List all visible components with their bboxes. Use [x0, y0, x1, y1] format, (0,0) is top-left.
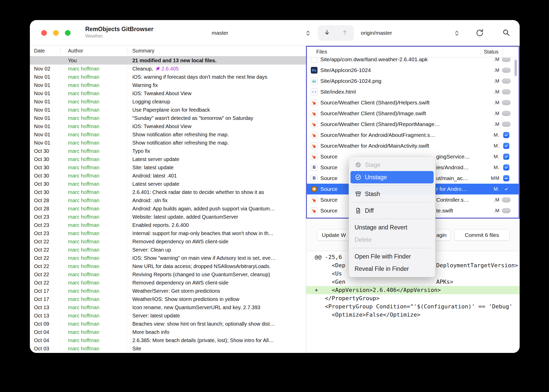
commit-row[interactable]: Oct 30marc hoffmanAndroid: latest .401: [30, 172, 306, 180]
file-stage-checkbox[interactable]: [502, 208, 511, 213]
commit-row[interactable]: Oct 22marc hoffmanServer: Clean up: [30, 246, 306, 254]
commit-row[interactable]: Oct 23marc hoffmanWebsite: latest update…: [30, 213, 306, 221]
menu-item-stash[interactable]: Stash: [349, 188, 435, 200]
commit-date: Oct 17: [34, 288, 49, 294]
pull-button[interactable]: [324, 29, 330, 37]
file-row[interactable]: Source/Weather Client (Shared)/Helpers.s…: [307, 97, 519, 108]
file-stage-checkbox[interactable]: [502, 122, 511, 127]
menu-separator: [349, 183, 435, 188]
menu-item-open-file-with-finder[interactable]: Open File with Finder: [349, 250, 435, 263]
status-column-header[interactable]: Status: [484, 49, 499, 55]
file-row[interactable]: Source/Weather Client (Shared)/ReportMan…: [307, 119, 519, 130]
commit-row[interactable]: Nov 01marc hoffmaniOS: warning if foreca…: [30, 73, 306, 81]
commit-row[interactable]: Oct 30marc hoffman2.6.401: Check radar d…: [30, 188, 306, 196]
commit-row[interactable]: Oct 13marc hoffmanServer: latest update: [30, 311, 306, 320]
commit-row[interactable]: Oct 22marc hoffmanReviving Reports (chan…: [30, 270, 306, 279]
file-row[interactable]: Site/app/com.dwarfland.weather-2.6.401.a…: [307, 58, 519, 65]
commit-row[interactable]: Oct 23marc hoffmanInternal: support for …: [30, 229, 306, 237]
commit-row[interactable]: Nov 01marc hoffmaniOS: Tweaked About Vie…: [30, 122, 306, 130]
file-stage-checkbox[interactable]: [502, 100, 511, 105]
menu-item-unstage-and-revert[interactable]: Unstage and Revert: [349, 221, 435, 234]
commit-summary: Beaches view: show hint on first launch;…: [132, 321, 305, 327]
commit-row[interactable]: Oct 03marc hoffmanSite: [30, 344, 306, 353]
file-stage-checkbox[interactable]: [503, 186, 509, 192]
menu-item-label: Diff: [365, 207, 374, 214]
commit-row[interactable]: Oct 04marc hoffmanMore beach info: [30, 328, 306, 336]
file-row[interactable]: Source/Weather for Android/MainActivity.…: [307, 140, 519, 151]
commit-summary: Use Paperplane icon for feedback: [132, 107, 305, 113]
commits-body: You21 modified and 13 new local files.No…: [30, 56, 306, 353]
branch-select[interactable]: master: [212, 30, 228, 36]
menu-item-label: Open File with Finder: [355, 253, 411, 260]
commit-row[interactable]: Nov 02marc hoffmanCleanup,2.6.405: [30, 65, 306, 73]
remote-select[interactable]: origin/master: [361, 30, 392, 36]
file-stage-checkbox[interactable]: [502, 89, 511, 94]
commit-row[interactable]: Oct 22marc hoffmanRemoved dependency on …: [30, 237, 306, 246]
commit-row[interactable]: Oct 04marc hoffman2.6.385: More beach de…: [30, 336, 306, 344]
commit-button[interactable]: Commit 6 files: [454, 229, 510, 241]
close-button[interactable]: [41, 30, 47, 36]
file-row[interactable]: Source/Weather for Android/AboutFragment…: [307, 130, 519, 140]
file-stage-checkbox[interactable]: [502, 111, 511, 116]
search-button[interactable]: [502, 29, 510, 38]
commit-row[interactable]: Oct 17marc hoffmanWeather/Server: Get st…: [30, 287, 306, 295]
menu-item-reveal-file-in-finder[interactable]: Reveal File in Finder: [349, 263, 435, 275]
file-stage-checkbox[interactable]: [503, 164, 509, 171]
menu-item-unstage[interactable]: Unstage: [350, 171, 434, 183]
file-stage-checkbox[interactable]: [503, 175, 509, 181]
menu-item-diff[interactable]: Diff: [349, 204, 435, 217]
commit-row[interactable]: Oct 09marc hoffmanBeaches view: show hin…: [30, 320, 306, 328]
commit-row[interactable]: Nov 01marc hoffmanShow notification afte…: [30, 139, 306, 147]
commit-row[interactable]: Nov 01marc hoffmanShow notification afte…: [30, 130, 306, 139]
branch-stepper-icon[interactable]: [305, 29, 311, 38]
commit-author: marc hoffman: [68, 165, 99, 171]
menu-separator: [349, 217, 435, 221]
file-stage-checkbox[interactable]: [502, 68, 511, 73]
file-status: .M: [487, 208, 500, 213]
files-scrollbar-thumb[interactable]: [514, 60, 517, 76]
commit-row[interactable]: Nov 01marc hoffman"Sunday" wasn't detect…: [30, 114, 306, 122]
file-row[interactable]: Site/index.html.M: [307, 86, 519, 97]
commit-row[interactable]: Oct 30marc hoffmanLatest server update: [30, 155, 306, 163]
file-stage-checkbox[interactable]: [502, 78, 511, 84]
file-stage-checkbox[interactable]: [503, 143, 509, 149]
commit-row[interactable]: Oct 22marc hoffmanNew URL for data acces…: [30, 262, 306, 270]
commit-row[interactable]: Oct 17marc hoffmanWeather/iOS: Show stor…: [30, 295, 306, 303]
refresh-button[interactable]: [475, 29, 484, 38]
file-name: Source/Weather for Android/AboutFragment…: [320, 132, 435, 138]
commit-author: You: [68, 58, 77, 64]
commit-row[interactable]: Oct 22marc hoffmanRemoved dependency on …: [30, 279, 306, 287]
file-status: M.: [487, 143, 500, 149]
file-stage-checkbox[interactable]: [503, 132, 509, 138]
commit-row[interactable]: Oct 23marc hoffmanEnabled reports. 2.6.4…: [30, 221, 306, 229]
commit-row[interactable]: Oct 30marc hoffmanLatest server update: [30, 180, 306, 188]
commit-row[interactable]: Nov 01marc hoffmanWarning fix: [30, 81, 306, 89]
commit-author: marc hoffman: [68, 214, 99, 220]
commit-row[interactable]: Oct 13marc hoffmanIcon rename, new Quant…: [30, 303, 306, 311]
commit-row[interactable]: Oct 30marc hoffmanSite: latest update: [30, 163, 306, 172]
file-stage-checkbox[interactable]: [502, 58, 511, 62]
commit-row[interactable]: Nov 01marc hoffmanUse Paperplane icon fo…: [30, 106, 306, 114]
file-row[interactable]: Source/Weather Client (Shared)/Image.swi…: [307, 108, 519, 119]
app-title: RemObjects GitBrowser: [85, 26, 153, 33]
date-column-header[interactable]: Date: [34, 48, 45, 54]
commit-row[interactable]: Oct 28marc hoffmanAndroid: App builds ag…: [30, 204, 306, 213]
commit-row[interactable]: You21 modified and 13 new local files.: [30, 56, 306, 65]
commit-row[interactable]: Oct 30marc hoffmanTypo fix: [30, 147, 306, 155]
summary-column-header[interactable]: Summary: [132, 48, 155, 54]
push-button[interactable]: [341, 29, 348, 37]
author-column-header[interactable]: Author: [68, 48, 83, 54]
file-row[interactable]: PsSite/AppIcon26-1024.M: [307, 65, 519, 76]
zoom-button[interactable]: [65, 30, 71, 36]
files-column-header[interactable]: Files: [316, 49, 327, 55]
commit-row[interactable]: Nov 01marc hoffmanLogging cleanup: [30, 97, 306, 106]
remote-stepper-icon[interactable]: [454, 29, 459, 38]
commit-row[interactable]: Nov 01marc hoffmaniOS: Tweaked About Vie…: [30, 89, 306, 97]
file-stage-checkbox[interactable]: [503, 154, 509, 160]
minimize-button[interactable]: [53, 30, 59, 36]
file-status: .M: [487, 121, 500, 127]
file-stage-checkbox[interactable]: [502, 197, 511, 202]
file-row[interactable]: Site/AppIcon26-1024.png.M: [307, 76, 519, 86]
commit-row[interactable]: Oct 22marc hoffmaniOS: Show "warning" on…: [30, 254, 306, 262]
commit-row[interactable]: Oct 28marc hoffmanAndroid: .sln fix: [30, 196, 306, 204]
